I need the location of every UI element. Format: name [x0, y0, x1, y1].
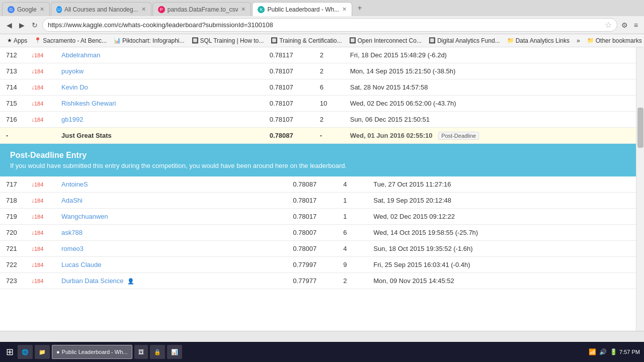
change-number: 184: [34, 246, 43, 252]
username-link[interactable]: AdaShi: [61, 197, 83, 204]
bookmark-piktochart[interactable]: 📊 Piktochart: Infographi...: [111, 37, 187, 45]
tab-google-close[interactable]: ✕: [40, 6, 44, 13]
date-cell: Mon, 09 Nov 2015 14:45:52: [367, 273, 636, 289]
name-cell: AntoineS: [55, 176, 287, 193]
tab-google[interactable]: G Google ✕: [2, 2, 50, 16]
entries-cell: 2: [314, 47, 344, 63]
table-row: 722 ↓184 Lucas Claude 0.77997 9 Fri, 25 …: [0, 257, 636, 273]
scrollbar-thumb[interactable]: [637, 108, 643, 148]
username-link[interactable]: Lucas Claude: [61, 261, 102, 268]
score-cell: 0.78017: [287, 209, 337, 225]
score-cell: 0.77997: [287, 257, 337, 273]
date-cell: Sat, 28 Nov 2015 14:57:58: [344, 79, 636, 96]
name-cell: Durban Data Science 👤: [55, 273, 287, 289]
change-number: 184: [34, 198, 43, 204]
entries-cell: 4: [337, 241, 367, 257]
change-cell: ↓184: [25, 112, 55, 128]
team-icon: 👤: [127, 278, 134, 284]
username-link[interactable]: Abdelrahman: [61, 51, 100, 59]
tab-pandas-close[interactable]: ✕: [241, 6, 246, 13]
name-cell: puyokw: [55, 63, 264, 79]
bookmark-sql[interactable]: 🔲 SQL Training | How to...: [189, 37, 267, 45]
tab-courses[interactable]: U All Courses and Nanodeg... ✕: [51, 2, 151, 16]
post-deadline-banner: Post-Deadline Entry If you would have su…: [0, 144, 636, 176]
change-cell: ↓184: [25, 257, 55, 273]
username-link[interactable]: gb1992: [61, 116, 83, 123]
score-cell: 0.78087: [264, 128, 314, 144]
username-link[interactable]: ask788: [61, 229, 83, 236]
entries-cell: 2: [314, 63, 344, 79]
taskbar-chrome[interactable]: ● Public Leaderboard - Wh...: [52, 345, 132, 359]
tab-google-label: Google: [17, 6, 37, 13]
pandas-favicon: P: [158, 6, 165, 13]
entries-cell: 10: [314, 96, 344, 112]
change-cell: ↓184: [25, 47, 55, 63]
bookmark-sacramento[interactable]: 📍 Sacramento - At Benc...: [31, 37, 110, 45]
start-button[interactable]: ⊞: [4, 344, 16, 359]
entries-cell: -: [314, 128, 344, 144]
username-link[interactable]: puyokw: [61, 67, 84, 75]
sql-icon: 🔲: [192, 37, 199, 44]
taskbar-ie[interactable]: 🌐: [18, 345, 33, 359]
bookmark-oci-label: Open Interconnect Co...: [358, 37, 422, 44]
oci-icon: 🔲: [349, 37, 356, 44]
username-link[interactable]: romeo3: [61, 245, 84, 252]
entries-cell: 6: [314, 79, 344, 96]
username-link[interactable]: Kevin Do: [61, 83, 88, 91]
bookmark-apps-label: Apps: [14, 37, 27, 44]
scrollbar[interactable]: [636, 47, 644, 331]
courses-favicon: U: [56, 6, 62, 13]
bookmark-more[interactable]: »: [574, 37, 583, 45]
bookmark-oci[interactable]: 🔲 Open Interconnect Co...: [346, 37, 425, 45]
bookmark-training[interactable]: 🔲 Training & Certificatio...: [268, 37, 345, 45]
change-number: 184: [34, 68, 43, 74]
other-bookmarks-icon: 📁: [587, 37, 594, 44]
address-bar[interactable]: https://www.kaggle.com/c/whats-cooking/l…: [42, 18, 617, 32]
score-cell: 0.78107: [264, 96, 314, 112]
taskbar-powerpoint[interactable]: 📊: [167, 345, 182, 359]
entries-cell: 2: [337, 273, 367, 289]
bookmark-data-links[interactable]: 📁 Data Analytics Links: [504, 37, 573, 45]
table-row: 712 ↓184 Abdelrahman 0.78117 2 Fri, 18 D…: [0, 47, 636, 63]
forward-button[interactable]: ▶: [17, 20, 27, 30]
highlighted-username: Just Great Stats: [61, 132, 112, 139]
score-cell: 0.78007: [287, 241, 337, 257]
bookmark-apps[interactable]: ★ Apps: [4, 37, 30, 45]
battery-icon: 🔋: [610, 348, 617, 355]
change-cell: ↓184: [25, 273, 55, 289]
table-row: 713 ↓184 puyokw 0.78107 2 Mon, 14 Sep 20…: [0, 63, 636, 79]
username-link[interactable]: Rishikesh Ghewari: [61, 100, 116, 107]
change-cell: ↓184: [25, 241, 55, 257]
username-link[interactable]: Durban Data Science: [61, 277, 124, 285]
table-row: 716 ↓184 gb1992 0.78107 2 Sun, 06 Dec 20…: [0, 112, 636, 128]
extensions-icon[interactable]: ⚙: [619, 20, 630, 30]
bookmark-star-button[interactable]: ☆: [605, 20, 612, 30]
tab-kaggle[interactable]: K Public Leaderboard - Wh... ✕: [252, 2, 352, 16]
bookmark-digital[interactable]: 🔲 Digital Analytics Fund...: [426, 37, 503, 45]
taskbar-explorer[interactable]: 📁: [35, 345, 50, 359]
name-cell: gb1992: [55, 112, 264, 128]
date-cell: Sun, 06 Dec 2015 21:50:51: [344, 112, 636, 128]
menu-icon[interactable]: ≡: [632, 20, 640, 30]
username-link[interactable]: Wangchuanwen: [61, 213, 108, 220]
username-link[interactable]: AntoineS: [61, 180, 88, 188]
rank-cell: 712: [0, 47, 25, 63]
google-favicon: G: [8, 6, 15, 13]
change-number: 184: [34, 182, 43, 188]
new-tab-button[interactable]: +: [353, 4, 366, 13]
clock-time: 7:57 PM: [619, 349, 640, 355]
back-button[interactable]: ◀: [4, 20, 15, 30]
tab-courses-close[interactable]: ✕: [141, 6, 146, 13]
change-number: 184: [34, 230, 43, 236]
highlighted-row: - Just Great Stats 0.78087 - Wed, 01 Jun…: [0, 128, 636, 144]
reload-button[interactable]: ↻: [29, 20, 40, 30]
taskbar-misc1[interactable]: 🖼: [134, 345, 148, 359]
change-cell: [25, 128, 55, 144]
taskbar-misc2[interactable]: 🔒: [150, 345, 165, 359]
tab-pandas[interactable]: P pandas.DataFrame.to_csv ✕: [152, 2, 252, 16]
tab-kaggle-close[interactable]: ✕: [342, 6, 347, 13]
bookmark-other[interactable]: 📁 Other bookmarks: [584, 37, 644, 45]
kaggle-favicon: K: [258, 6, 265, 13]
name-cell: romeo3: [55, 241, 287, 257]
bookmark-data-links-label: Data Analytics Links: [516, 37, 570, 44]
